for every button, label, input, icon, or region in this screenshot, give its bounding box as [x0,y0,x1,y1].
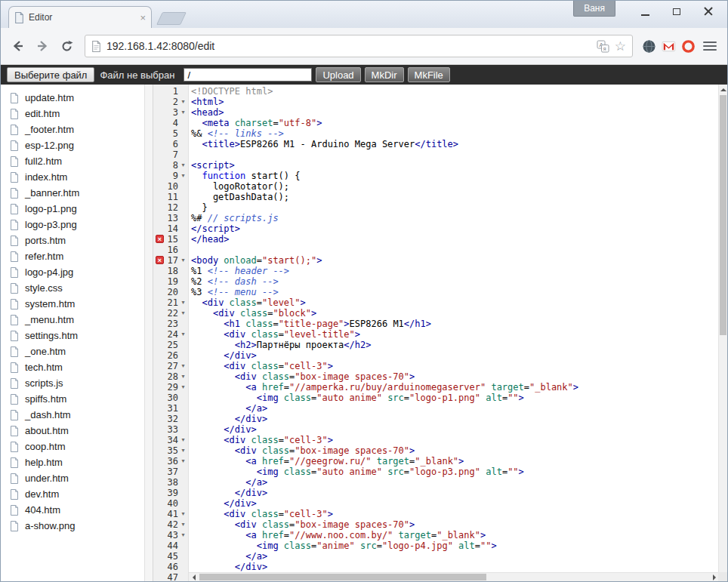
fold-toggle-icon[interactable]: ▾ [178,382,188,393]
code-line[interactable]: </a> [191,551,727,562]
code-line[interactable]: <div class="box-image spaces-70"> [191,519,727,530]
bookmark-star-icon[interactable]: ☆ [615,40,626,53]
file-item[interactable]: 404.htm [1,502,144,518]
extension-gmail-icon[interactable] [659,37,677,55]
omnibox[interactable]: 192.168.1.42:8080/edit Aя ☆ [85,35,633,57]
extension-globe-icon[interactable] [640,37,658,55]
upload-button[interactable]: Upload [316,67,360,82]
scroll-right-icon[interactable] [709,573,718,581]
code-line[interactable]: <div class="box-image spaces-70"> [191,371,727,382]
file-item[interactable]: full2.htm [1,153,144,169]
fold-toggle-icon[interactable]: ▾ [178,329,188,340]
code-line[interactable]: <h1 class="title-page">ESP8266 M1</h1> [191,319,727,329]
forward-button[interactable] [31,35,54,57]
file-item[interactable]: about.htm [1,423,144,439]
code-line[interactable]: <meta charset="utf-8"> [191,118,727,128]
horizontal-scrollbar[interactable] [189,572,718,581]
code-line[interactable]: </div> [191,414,727,424]
fold-toggle-icon[interactable]: ▾ [178,171,188,181]
file-item[interactable]: ports.htm [1,232,144,248]
close-button[interactable] [693,2,724,20]
code-line[interactable]: %2 <!-- dash --> [191,276,727,287]
code-line[interactable]: </a> [191,477,727,488]
mkdir-button[interactable]: MkDir [365,67,404,82]
code-line[interactable]: </div> [191,488,727,498]
fold-toggle-icon[interactable]: ▾ [178,456,188,467]
code-line[interactable]: </div> [191,498,727,509]
code-line[interactable]: <div class="cell-3"> [191,361,727,371]
translate-icon[interactable]: Aя [597,40,609,53]
path-input[interactable] [184,68,312,82]
sidebar-splitter[interactable] [144,85,153,581]
code-line[interactable]: <a href="//www.noo.com.by/" target="_bla… [191,530,727,540]
file-item[interactable]: help.htm [1,454,144,470]
fold-toggle-icon[interactable]: ▾ [178,361,188,371]
file-item[interactable]: settings.htm [1,328,144,343]
file-item[interactable]: _banner.htm [1,185,144,201]
code-line[interactable]: <head> [191,107,727,118]
code-line[interactable]: %1 <!-- header --> [191,266,727,276]
vertical-scrollbar[interactable] [718,85,727,581]
code-line[interactable]: <a href="//geegrow.ru/" target="_blank"> [191,456,727,467]
back-button[interactable] [7,35,29,57]
vscroll-thumb[interactable] [720,95,726,335]
code-line[interactable]: </a> [191,403,727,414]
file-item[interactable]: _footer.htm [1,122,144,137]
code-line[interactable]: <div class="cell-3"> [191,509,727,519]
reload-button[interactable] [55,35,78,57]
code-line[interactable]: </script> [191,223,727,234]
fold-toggle-icon[interactable]: ▾ [178,530,188,540]
file-item[interactable]: tech.htm [1,359,144,375]
file-item[interactable]: spiffs.htm [1,391,144,407]
code-line[interactable]: %3 <!-- menu --> [191,287,727,297]
file-item[interactable]: refer.htm [1,248,144,264]
file-item[interactable]: _one.htm [1,343,144,359]
code-line[interactable]: <body onload="start();"> [191,255,727,266]
code-line[interactable]: </div> [191,350,727,361]
file-item[interactable]: index.htm [1,169,144,185]
code-line[interactable]: <div class="block"> [191,308,727,319]
hscroll-thumb[interactable] [199,574,486,580]
file-item[interactable]: dev.htm [1,486,144,502]
file-item[interactable]: update.htm [1,90,144,106]
code-line[interactable]: <div class="level"> [191,297,727,308]
code-line[interactable]: <h2>Партнёры проекта</h2> [191,340,727,350]
file-item[interactable]: _menu.htm [1,312,144,328]
code-line[interactable]: <a href="//amperka.ru/buy/arduinomegaser… [191,382,727,393]
code-line[interactable]: function start() { [191,171,727,181]
code-line[interactable]: <img class="auto anime" src="logo-p3.png… [191,467,727,477]
fold-toggle-icon[interactable]: ▾ [178,519,188,530]
code-line[interactable] [191,245,727,255]
code-line[interactable]: <div class="box-image spaces-70"> [191,445,727,456]
file-item[interactable]: coop.htm [1,439,144,454]
fold-toggle-icon[interactable]: ▾ [178,297,188,308]
code-line[interactable]: <title>ESP8266 M1 - Arduino Mega Server<… [191,139,727,149]
code-line[interactable]: %& <!-- links --> [191,128,727,139]
code-line[interactable]: </head> [191,234,727,245]
menu-button[interactable] [699,35,721,57]
code-line[interactable]: <img class="auto anime" src="logo-p1.png… [191,393,727,403]
code-line[interactable]: logoRotator(); [191,181,727,192]
maximize-button[interactable] [661,2,693,20]
extension-opera-icon[interactable] [679,37,697,55]
code-line[interactable]: <div class="level-title"> [191,329,727,340]
file-item[interactable]: a-show.png [1,518,144,534]
code-editor[interactable]: 12▾3▾45678▾9▾1011121314×1516×17▾18192021… [153,85,727,581]
code-line[interactable]: </div> [191,424,727,435]
code-line[interactable]: <script> [191,160,727,171]
tab-close-icon[interactable]: × [140,13,146,23]
file-item[interactable]: logo-p3.png [1,217,144,232]
code-line[interactable]: </div> [191,562,727,572]
url-text[interactable]: 192.168.1.42:8080/edit [106,40,591,52]
choose-file-button[interactable]: Выберите файл [7,67,94,82]
file-item[interactable]: under.htm [1,470,144,486]
scroll-left-icon[interactable] [189,573,198,581]
fold-toggle-icon[interactable]: ▾ [178,509,188,519]
file-item[interactable]: _dash.htm [1,407,144,423]
fold-toggle-icon[interactable]: ▾ [178,445,188,456]
minimize-button[interactable] [629,2,661,20]
file-item[interactable]: logo-p1.png [1,201,144,217]
file-item[interactable]: logo-p4.jpg [1,264,144,280]
file-item[interactable]: style.css [1,280,144,296]
fold-toggle-icon[interactable]: ▾ [178,308,188,319]
